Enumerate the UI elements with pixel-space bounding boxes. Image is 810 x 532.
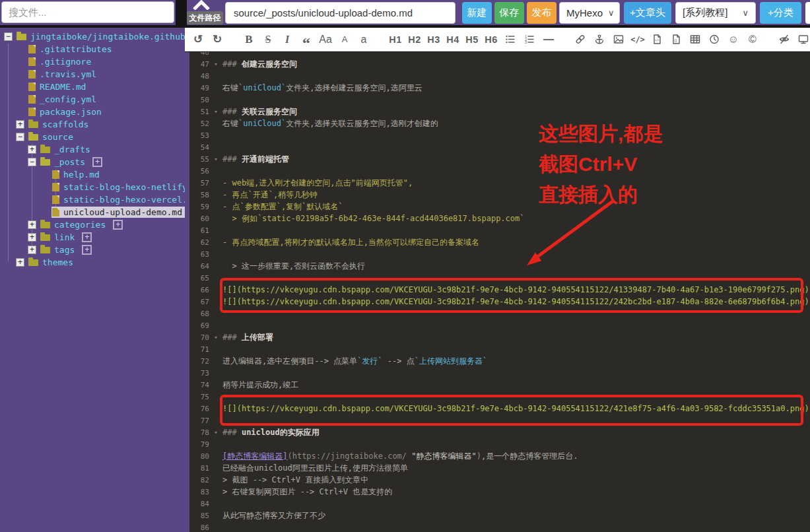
editor-line[interactable]: 85从此写静态博客又方便了不少 (189, 510, 810, 521)
fold-arrow-icon[interactable]: ▾ (209, 429, 222, 436)
strikethrough-icon[interactable]: S (263, 32, 273, 47)
editor-line[interactable]: 47▾### 创建云服务空间 (189, 58, 810, 70)
editor-line[interactable]: 68 (189, 308, 810, 319)
tree-item-package-json[interactable]: package.json (0, 106, 185, 118)
add-frontmatter-button[interactable]: +文章头 (624, 2, 671, 24)
heading-4-icon[interactable]: H4 (448, 32, 458, 47)
markdown-editor[interactable]: 4647▾### 创建云服务空间4849右键`uniCloud`文件夹,选择创建… (189, 52, 810, 532)
save-button[interactable]: 保存 (494, 2, 524, 24)
editor-line[interactable]: 54 (189, 141, 810, 153)
tree-item--config-yml[interactable]: _config.yml (0, 93, 185, 106)
tree-item--gitignore[interactable]: .gitignore (0, 55, 185, 68)
tree-item-scaffolds[interactable]: +scaffolds (0, 118, 185, 131)
editor-line[interactable]: 67![](https://vkceyugu.cdn.bspapp.com/VK… (189, 296, 810, 308)
editor-line[interactable]: 63 (189, 248, 810, 260)
expand-node-icon[interactable]: + (28, 233, 36, 242)
editor-line[interactable]: 73 (189, 367, 810, 379)
font-case-icon[interactable]: Aa (320, 32, 331, 47)
editor-line[interactable]: 60 > 例如`static-02198a5f-6b42-463e-844f-a… (189, 213, 810, 224)
tree-item-static-blog-hexo-netlify-md[interactable]: static-blog-hexo-netlify.md (0, 181, 185, 193)
editor-line[interactable]: 58- 再点`开通`,稍等几秒钟 (189, 189, 810, 201)
hexo-project-select[interactable]: MyHexo ∨ (559, 2, 620, 24)
heading-1-icon[interactable]: H1 (390, 32, 401, 47)
fold-arrow-icon[interactable]: ▾ (209, 156, 222, 162)
tree-item--gitattributes[interactable]: .gitattributes (0, 43, 185, 55)
editor-line[interactable]: 82> 截图 --> Ctrl+V 直接插入到文章中 (189, 474, 810, 486)
fold-arrow-icon[interactable]: ▾ (209, 334, 222, 341)
tree-item--drafts[interactable]: +_drafts (0, 143, 185, 156)
panel-resize-handle[interactable] (185, 52, 189, 532)
publish-button[interactable]: 发布 (527, 2, 557, 24)
fold-arrow-icon[interactable]: ▾ (209, 61, 222, 67)
editor-line[interactable]: 50 (189, 94, 810, 106)
redo-icon[interactable]: ↻ (212, 32, 222, 47)
collapse-node-icon[interactable]: − (16, 133, 24, 141)
editor-line[interactable]: 64 > 这一步很重要,否则云函数不会执行 (189, 260, 810, 272)
tree-item-source[interactable]: −source (0, 131, 185, 143)
add-child-icon[interactable]: + (82, 232, 92, 242)
editor-line[interactable]: 51▾### 关联云服务空间 (189, 106, 810, 117)
search-input[interactable] (1, 1, 174, 23)
italic-icon[interactable]: I (282, 32, 292, 47)
editor-line[interactable]: 49右键`uniCloud`文件夹,选择创建云服务空间,选阿里云 (189, 82, 810, 94)
tree-item--posts[interactable]: −_posts+ (0, 156, 185, 168)
editor-line[interactable]: 80[静态博客编辑器](https://jingtaiboke.com/ "静态… (189, 450, 810, 462)
link-icon[interactable] (575, 32, 586, 47)
add-category-button[interactable]: +分类 (760, 2, 801, 24)
fold-arrow-icon[interactable]: ▾ (209, 108, 222, 115)
editor-line[interactable]: 61 (189, 224, 810, 236)
editor-line[interactable]: 56 (189, 165, 810, 177)
collapse-node-icon[interactable]: − (4, 32, 13, 41)
expand-node-icon[interactable]: + (16, 258, 24, 267)
editor-line[interactable]: 65 (189, 272, 810, 284)
quote-icon[interactable]: “ (301, 32, 312, 47)
editor-line[interactable]: 57- web端,进入刚才创建的空间,点击"前端网页托管", (189, 177, 810, 189)
expand-node-icon[interactable]: + (28, 246, 36, 254)
editor-line[interactable]: 62- 再点跨域配置,将刚才的默认域名加上,当然你可以绑定自己的备案域名 (189, 236, 810, 248)
editor-line[interactable]: 86 (189, 521, 810, 532)
editor-line[interactable]: 83> 右键复制网页图片 --> Ctrl+V 也是支持的 (189, 486, 810, 498)
tree-item-categories[interactable]: +categories+ (0, 218, 185, 231)
heading-2-icon[interactable]: H2 (409, 32, 420, 47)
inline-code-icon[interactable]: </> (632, 32, 643, 47)
bold-icon[interactable]: B (244, 32, 254, 47)
editor-line[interactable]: 78▾### unicloud的实际应用 (189, 426, 810, 438)
heading-3-icon[interactable]: H3 (428, 32, 439, 47)
editor-line[interactable]: 74稍等片提示成功,竣工 (189, 379, 810, 391)
expand-node-icon[interactable]: + (28, 220, 36, 229)
editor-line[interactable]: 81已经融合unicloud阿里云图片上传,使用方法很简单 (189, 462, 810, 474)
expand-node-icon[interactable]: + (16, 120, 24, 129)
clock-icon[interactable] (709, 32, 720, 47)
editor-line[interactable]: 52右键`uniCloud`文件夹,选择关联云服务空间,选刚才创建的 (189, 117, 810, 129)
ordered-list-icon[interactable]: 123 (524, 32, 535, 47)
editor-line[interactable]: 71 (189, 343, 810, 355)
add-child-icon[interactable]: + (82, 245, 92, 255)
new-file-button[interactable]: 新建 (462, 2, 492, 24)
editor-line[interactable]: 75 (189, 391, 810, 403)
heading-5-icon[interactable]: H5 (467, 32, 477, 47)
tree-item-tags[interactable]: +tags+ (0, 244, 185, 256)
tree-item-jingtaiboke-jingtaiboke-github-io[interactable]: −jingtaiboke/jingtaiboke.github.io+ (0, 30, 185, 43)
copyright-icon[interactable]: © (747, 32, 758, 47)
tree-item-help-md[interactable]: help.md (0, 168, 185, 181)
lowercase-icon[interactable]: a (358, 32, 369, 47)
editor-line[interactable]: 69 (189, 319, 810, 331)
editor-line[interactable]: 55▾### 开通前端托管 (189, 153, 810, 165)
editor-line[interactable]: 59- 点`参数配置`,复制`默认域名` (189, 201, 810, 213)
editor-line[interactable]: 46 (189, 52, 810, 58)
expand-node-icon[interactable]: + (28, 145, 36, 154)
code-file-icon[interactable]: {} (671, 32, 681, 47)
preview-toggle-icon[interactable] (779, 32, 790, 47)
editor-line[interactable]: 76![](https://vkceyugu.cdn.bspapp.com/VK… (189, 403, 810, 415)
tree-item-themes[interactable]: +themes (0, 256, 185, 269)
add-child-icon[interactable]: + (113, 220, 123, 230)
code-block-icon[interactable]: </> (652, 32, 662, 47)
file-path-input[interactable] (225, 2, 456, 24)
add-child-icon[interactable]: + (92, 157, 102, 167)
editor-line[interactable]: 70▾### 上传部署 (189, 331, 810, 343)
series-select[interactable]: [系列教程] ∨ (675, 2, 756, 24)
unordered-list-icon[interactable] (505, 32, 516, 47)
editor-line[interactable]: 66![](https://vkceyugu.cdn.bspapp.com/VK… (189, 284, 810, 296)
anchor-icon[interactable] (594, 32, 605, 47)
display-icon[interactable] (798, 32, 809, 47)
